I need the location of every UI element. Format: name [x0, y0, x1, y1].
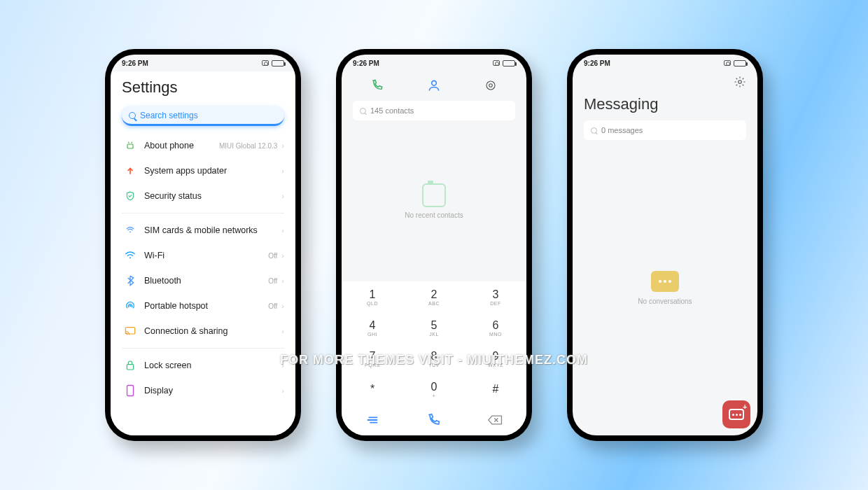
compose-button[interactable]: + [722, 400, 750, 428]
key-number: 3 [493, 288, 499, 301]
recent-empty-label: No recent contacts [405, 211, 463, 219]
key-number: 6 [493, 319, 499, 332]
messages-empty-label: No conversations [638, 298, 692, 305]
chevron-right-icon: › [281, 361, 284, 370]
key-letters: + [433, 393, 436, 398]
cast-icon [122, 326, 139, 336]
sim-icon [122, 225, 139, 235]
backspace-button[interactable] [465, 405, 526, 435]
svg-point-5 [130, 305, 132, 307]
key-number: 9 [493, 350, 499, 363]
lock-icon [122, 360, 139, 371]
dialpad: 1QLD2ABC3DEF4GHI5JKL6MNO7PQRS8TUV9WXYZ*0… [342, 281, 526, 405]
svg-point-11 [489, 84, 493, 88]
tab-dialer-settings[interactable] [482, 79, 499, 92]
chevron-right-icon: › [281, 302, 284, 310]
dialpad-key-*[interactable]: * [342, 374, 403, 405]
key-number: 8 [431, 350, 438, 363]
dialpad-key-6[interactable]: 6MNO [465, 312, 526, 343]
svg-rect-8 [127, 386, 134, 396]
bluetooth-icon [122, 275, 139, 286]
dialpad-key-0[interactable]: 0+ [403, 374, 465, 405]
dialpad-key-#[interactable]: # [465, 374, 526, 405]
shield-icon [122, 190, 139, 202]
battery-icon [503, 60, 515, 66]
svg-point-3 [130, 231, 131, 232]
chevron-right-icon: › [281, 276, 284, 285]
settings-row-wi-fi[interactable]: Wi-FiOff› [122, 243, 284, 268]
settings-row-portable-hotspot[interactable]: Portable hotspotOff› [122, 293, 284, 318]
settings-row-security-status[interactable]: Security status› [122, 183, 284, 209]
phone-messaging: 9:26 PM Messaging 0 messages No conversa… [567, 49, 763, 441]
search-settings-input[interactable]: Search settings [122, 106, 284, 126]
status-bar: 9:26 PM [111, 55, 295, 71]
settings-row-sim-cards-mobile-networks[interactable]: SIM cards & mobile networks› [122, 218, 284, 243]
menu-icon [366, 415, 379, 425]
row-label: Security status [144, 191, 281, 201]
key-letters: QLD [367, 301, 378, 306]
camera-icon [262, 60, 269, 66]
settings-row-lock-screen[interactable]: Lock screen› [122, 353, 284, 378]
search-icon [591, 127, 597, 134]
svg-point-12 [738, 80, 742, 84]
gear-eye-icon [484, 79, 497, 92]
dialpad-key-5[interactable]: 5JKL [403, 312, 465, 343]
phone-settings: 9:26 PM Settings Search settings About p… [105, 49, 301, 441]
search-icon [360, 108, 366, 114]
dialpad-key-9[interactable]: 9WXYZ [465, 343, 526, 374]
row-trail: MIUI Global 12.0.3 [219, 142, 277, 150]
wifi-icon [122, 251, 139, 260]
tab-calls[interactable] [369, 79, 386, 92]
status-bar: 9:26 PM [342, 55, 526, 71]
messaging-settings-button[interactable] [734, 76, 746, 88]
tab-contacts[interactable] [426, 78, 442, 92]
dialpad-key-2[interactable]: 2ABC [403, 281, 465, 312]
key-number: * [370, 383, 374, 396]
dialpad-key-1[interactable]: 1QLD [342, 281, 403, 312]
key-number: 5 [431, 319, 438, 332]
status-time: 9:26 PM [122, 59, 148, 67]
settings-row-connection-sharing[interactable]: Connection & sharing› [122, 318, 284, 344]
chevron-right-icon: › [281, 167, 284, 175]
key-letters: MNO [489, 332, 502, 337]
messages-count: 0 messages [601, 126, 643, 134]
camera-icon [493, 60, 500, 66]
messages-search-input[interactable]: 0 messages [584, 120, 746, 140]
settings-row-bluetooth[interactable]: BluetoothOff› [122, 268, 284, 293]
android-icon [122, 140, 139, 151]
backspace-icon [488, 414, 503, 426]
row-label: About phone [144, 141, 219, 150]
key-letters: TUV [428, 363, 440, 368]
settings-row-system-apps-updater[interactable]: System apps updater› [122, 158, 284, 183]
battery-icon [734, 60, 746, 66]
row-label: Display [144, 386, 281, 396]
chat-bubble-icon [651, 271, 679, 292]
contacts-search-input[interactable]: 145 contacts [353, 101, 515, 120]
arrow-up-icon [122, 166, 139, 176]
call-button[interactable] [403, 405, 465, 435]
dialpad-key-4[interactable]: 4GHI [342, 312, 403, 343]
svg-rect-0 [127, 144, 133, 148]
key-number: 7 [370, 350, 376, 363]
dialpad-key-8[interactable]: 8TUV [403, 343, 465, 374]
row-trail: Off [268, 302, 277, 310]
display-icon [122, 384, 139, 397]
key-letters: WXYZ [488, 363, 503, 368]
menu-button[interactable] [342, 405, 403, 435]
key-number: 1 [370, 288, 376, 301]
page-title: Messaging [584, 95, 746, 113]
dialpad-key-7[interactable]: 7PQRS [342, 343, 403, 374]
svg-rect-7 [127, 365, 133, 370]
contacts-count: 145 contacts [370, 106, 414, 115]
search-placeholder: Search settings [140, 111, 198, 120]
chevron-right-icon: › [281, 226, 284, 234]
key-letters: DEF [490, 301, 501, 306]
compose-icon [729, 409, 744, 420]
key-number: 0 [431, 381, 438, 393]
key-letters: ABC [428, 301, 440, 306]
chevron-right-icon: › [281, 192, 284, 200]
dialpad-key-3[interactable]: 3DEF [465, 281, 526, 312]
settings-row-display[interactable]: Display› [122, 378, 284, 403]
key-letters: PQRS [365, 363, 380, 368]
settings-row-about-phone[interactable]: About phoneMIUI Global 12.0.3› [122, 133, 284, 158]
